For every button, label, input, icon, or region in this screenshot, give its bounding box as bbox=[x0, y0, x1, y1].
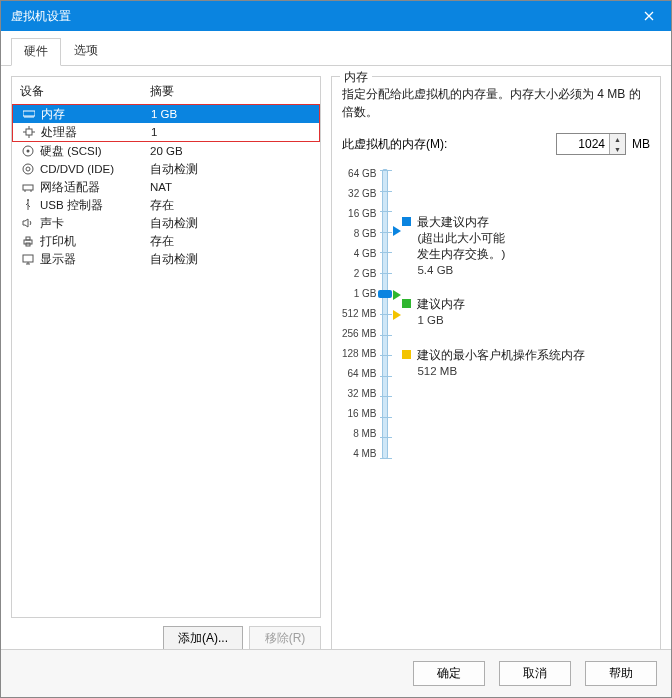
device-row-cpu[interactable]: 处理器1 bbox=[13, 123, 319, 141]
memory-icon bbox=[21, 107, 37, 121]
scale-tick-label: 256 MB bbox=[342, 329, 376, 339]
col-device: 设备 bbox=[20, 83, 150, 100]
scale-tick-label: 8 GB bbox=[342, 229, 376, 239]
memory-slider[interactable] bbox=[382, 169, 388, 459]
marker-min bbox=[393, 310, 401, 320]
device-name: 处理器 bbox=[41, 125, 151, 140]
scale-tick-label: 1 GB bbox=[342, 289, 376, 299]
legend-square-rec bbox=[402, 299, 411, 308]
device-name: 网络适配器 bbox=[40, 180, 150, 195]
memory-spinner[interactable]: ▲ ▼ bbox=[556, 133, 626, 155]
legend-max-l1: 最大建议内存 bbox=[417, 214, 505, 230]
memory-group: 内存 指定分配给此虚拟机的内存量。内存大小必须为 4 MB 的倍数。 此虚拟机的… bbox=[331, 76, 661, 651]
svg-rect-6 bbox=[23, 185, 33, 190]
titlebar: 虚拟机设置 bbox=[1, 1, 671, 31]
device-row-display[interactable]: 显示器自动检测 bbox=[12, 250, 320, 268]
device-row-net[interactable]: 网络适配器NAT bbox=[12, 178, 320, 196]
cancel-button[interactable]: 取消 bbox=[499, 661, 571, 686]
tab-hardware[interactable]: 硬件 bbox=[11, 38, 61, 66]
scale-tick-label: 16 MB bbox=[342, 409, 376, 419]
window-title: 虚拟机设置 bbox=[11, 8, 71, 25]
svg-rect-1 bbox=[26, 129, 32, 135]
device-name: 硬盘 (SCSI) bbox=[40, 144, 150, 159]
svg-rect-0 bbox=[23, 111, 35, 116]
legend: 最大建议内存 (超出此大小可能 发生内存交换。) 5.4 GB 建议内存 1 G… bbox=[402, 169, 585, 459]
device-name: 内存 bbox=[41, 107, 151, 122]
scale-tick-label: 4 GB bbox=[342, 249, 376, 259]
memory-description: 指定分配给此虚拟机的内存量。内存大小必须为 4 MB 的倍数。 bbox=[342, 85, 650, 121]
device-name: 显示器 bbox=[40, 252, 150, 267]
scale-tick-label: 64 MB bbox=[342, 369, 376, 379]
device-name: 声卡 bbox=[40, 216, 150, 231]
device-summary: 自动检测 bbox=[150, 216, 312, 231]
scale-tick-label: 64 GB bbox=[342, 169, 376, 179]
device-summary: 1 bbox=[151, 126, 311, 138]
device-summary: 存在 bbox=[150, 234, 312, 249]
tab-options[interactable]: 选项 bbox=[61, 37, 111, 65]
legend-min-l1: 建议的最小客户机操作系统内存 bbox=[417, 347, 585, 363]
device-summary: 1 GB bbox=[151, 108, 311, 120]
scale-tick-label: 32 GB bbox=[342, 189, 376, 199]
ok-button[interactable]: 确定 bbox=[413, 661, 485, 686]
svg-point-4 bbox=[23, 164, 33, 174]
legend-square-max bbox=[402, 217, 411, 226]
device-name: USB 控制器 bbox=[40, 198, 150, 213]
legend-max-l2: (超出此大小可能 bbox=[417, 230, 505, 246]
device-summary: NAT bbox=[150, 181, 312, 193]
group-title: 内存 bbox=[340, 69, 372, 86]
device-summary: 自动检测 bbox=[150, 252, 312, 267]
device-summary: 自动检测 bbox=[150, 162, 312, 177]
legend-max-val: 5.4 GB bbox=[417, 262, 505, 278]
disk-icon bbox=[20, 144, 36, 158]
scale-tick-label: 32 MB bbox=[342, 389, 376, 399]
close-icon bbox=[644, 11, 654, 21]
window-close-button[interactable] bbox=[626, 1, 671, 31]
remove-button[interactable]: 移除(R) bbox=[249, 626, 321, 651]
help-button[interactable]: 帮助 bbox=[585, 661, 657, 686]
col-summary: 摘要 bbox=[150, 83, 174, 100]
device-row-usb[interactable]: USB 控制器存在 bbox=[12, 196, 320, 214]
legend-rec-val: 1 GB bbox=[417, 312, 465, 328]
svg-point-3 bbox=[27, 150, 30, 153]
device-summary: 存在 bbox=[150, 198, 312, 213]
device-row-memory[interactable]: 内存1 GB bbox=[13, 105, 319, 123]
display-icon bbox=[20, 252, 36, 266]
scale-tick-label: 2 GB bbox=[342, 269, 376, 279]
memory-input[interactable] bbox=[557, 134, 609, 154]
svg-rect-11 bbox=[23, 255, 33, 262]
device-row-disk[interactable]: 硬盘 (SCSI)20 GB bbox=[12, 142, 320, 160]
cpu-icon bbox=[21, 125, 37, 139]
device-name: 打印机 bbox=[40, 234, 150, 249]
spinner-down-icon[interactable]: ▼ bbox=[610, 144, 625, 154]
dialog-footer: 确定 取消 帮助 bbox=[1, 649, 671, 697]
device-list: 设备 摘要 内存1 GB处理器1硬盘 (SCSI)20 GBCD/DVD (ID… bbox=[11, 76, 321, 618]
svg-point-5 bbox=[26, 167, 30, 171]
svg-point-7 bbox=[27, 199, 29, 201]
legend-rec-l1: 建议内存 bbox=[417, 296, 465, 312]
scale-tick-label: 512 MB bbox=[342, 309, 376, 319]
scale-tick-label: 4 MB bbox=[342, 449, 376, 459]
cd-icon bbox=[20, 162, 36, 176]
marker-current[interactable] bbox=[378, 290, 392, 298]
memory-label: 此虚拟机的内存(M): bbox=[342, 136, 447, 153]
device-row-cd[interactable]: CD/DVD (IDE)自动检测 bbox=[12, 160, 320, 178]
scale-tick-label: 128 MB bbox=[342, 349, 376, 359]
scale-labels: 64 GB32 GB16 GB8 GB4 GB2 GB1 GB512 MB256… bbox=[342, 169, 382, 459]
legend-min-val: 512 MB bbox=[417, 363, 585, 379]
marker-rec bbox=[393, 290, 401, 300]
tabs: 硬件 选项 bbox=[1, 31, 671, 66]
marker-max bbox=[393, 226, 401, 236]
legend-square-min bbox=[402, 350, 411, 359]
device-summary: 20 GB bbox=[150, 145, 312, 157]
svg-rect-9 bbox=[26, 237, 30, 240]
spinner-up-icon[interactable]: ▲ bbox=[610, 134, 625, 144]
scale-tick-label: 8 MB bbox=[342, 429, 376, 439]
device-row-printer[interactable]: 打印机存在 bbox=[12, 232, 320, 250]
memory-unit: MB bbox=[632, 137, 650, 151]
net-icon bbox=[20, 180, 36, 194]
device-row-sound[interactable]: 声卡自动检测 bbox=[12, 214, 320, 232]
sound-icon bbox=[20, 216, 36, 230]
device-name: CD/DVD (IDE) bbox=[40, 163, 150, 175]
legend-max-l3: 发生内存交换。) bbox=[417, 246, 505, 262]
add-button[interactable]: 添加(A)... bbox=[163, 626, 243, 651]
